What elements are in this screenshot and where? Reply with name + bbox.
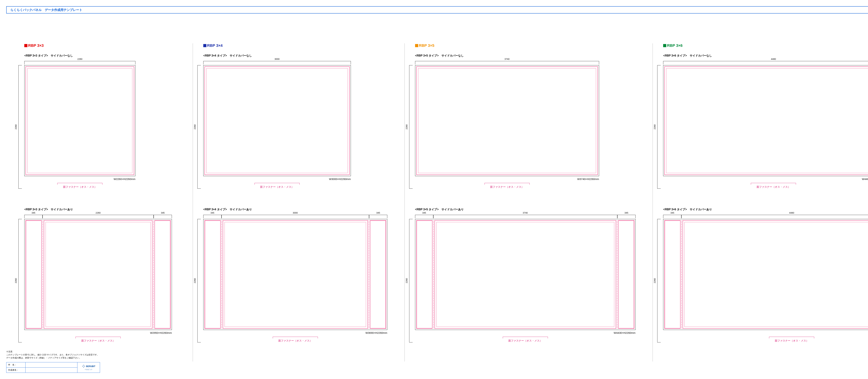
panel-main-area — [43, 219, 153, 330]
panel-wrap: 3000 2260 W3000×H2260mm 面ファスナー（オス・メス） — [203, 61, 394, 188]
value-cell — [26, 363, 78, 368]
panel-body — [415, 65, 599, 176]
bracket-icon — [273, 337, 318, 338]
dim-top: 345 2260 345 — [24, 215, 182, 219]
dim-top: 345 3000 345 — [203, 215, 394, 219]
fastener-label: 面ファスナー（オス・メス） — [24, 183, 135, 188]
panel-no-cover: <RBP 3×5 タイプ> サイドカバーなし 3740 2260 W3740×H… — [415, 54, 642, 188]
dim-side-w: 345 — [422, 211, 427, 214]
panel-size: W3740×H2260mm — [415, 177, 599, 180]
dim-side: 2260 — [19, 219, 22, 342]
panel-main-area — [433, 219, 617, 330]
dim-top: 2260 — [24, 61, 182, 65]
square-icon — [415, 44, 418, 47]
dim-side-value: 2260 — [14, 125, 17, 130]
fastener-label: 面ファスナー（オス・メス） — [24, 337, 172, 342]
panel-label: <RBP 3×5 タイプ> サイドカバーなし — [415, 54, 642, 58]
dim-top: 345 4480 345 — [663, 215, 868, 219]
column-title-text: RBP 3×6 — [667, 43, 682, 48]
column-rbp-3x4: RBP 3×4 <RBP 3×4 タイプ> サイドカバーなし 3000 2260… — [193, 43, 404, 361]
dim-side-w: 345 — [624, 211, 629, 214]
panel-wrap: 2260 2260 W2260×H2260mm 面ファスナー（オス・メス） — [24, 61, 182, 188]
dim-side-w: 345 — [210, 211, 215, 214]
column-rbp-3x5: RBP 3×5 <RBP 3×5 タイプ> サイドカバーなし 3740 2260… — [404, 43, 653, 361]
dim-side-value: 2260 — [405, 125, 408, 130]
table-row: 件 名： BERUBIT ベルビット — [6, 363, 100, 368]
brand-sub: ベルビット — [79, 369, 98, 371]
bracket-icon — [503, 337, 548, 338]
panel-wrap: 345 3000 345 2260 W3690×H2260mm 面ファスナー（オ… — [203, 215, 394, 342]
panel-size: W5170×H2260mm — [663, 331, 868, 334]
page-title: らくらくバックパネル データ作成用テンプレート — [10, 8, 82, 12]
panel-size: W4430×H2260mm — [415, 331, 636, 334]
footer-note-line: ※注意 — [6, 350, 100, 353]
dim-side-w: 345 — [160, 211, 165, 214]
column-title: RBP 3×3 — [24, 43, 182, 48]
side-flap-left — [204, 219, 222, 330]
panel-body — [24, 65, 135, 176]
dim-side-value: 2260 — [193, 125, 196, 130]
side-flap-right — [153, 219, 172, 330]
panel-body — [663, 219, 868, 330]
dim-side: 2260 — [19, 65, 22, 188]
dim-main-w: 3000 — [292, 211, 299, 214]
column-title-text: RBP 3×5 — [419, 43, 434, 48]
dim-top: 345 3740 345 — [415, 215, 642, 219]
panel-label: <RBP 3×6 タイプ> サイドカバーなし — [663, 54, 868, 58]
columns: RBP 3×3 <RBP 3×3 タイプ> サイドカバーなし 2260 2260… — [14, 43, 868, 361]
panel-wrap: 345 4480 345 2260 W5170×H2260mm 面ファスナー（オ… — [663, 215, 868, 342]
footer-table: 件 名： BERUBIT ベルビット 作成者名： — [6, 362, 100, 373]
panel-size: W3690×H2260mm — [203, 331, 387, 334]
dim-top: 4480 — [663, 61, 868, 65]
panel-no-cover: <RBP 3×6 タイプ> サイドカバーなし 4480 2260 W4480×H… — [663, 54, 868, 188]
dim-top-value: 3000 — [274, 58, 280, 60]
panel-body — [203, 219, 387, 330]
value-cell — [26, 368, 78, 373]
bracket-icon — [75, 337, 121, 338]
dim-side-value: 2260 — [653, 125, 656, 130]
brand-name: BERUBIT — [86, 365, 95, 368]
panel-size: W3000×H2260mm — [203, 177, 351, 180]
panel-body — [415, 219, 636, 330]
panel-size: W2950×H2260mm — [24, 331, 172, 334]
bracket-icon — [769, 337, 814, 338]
dim-top-value: 4480 — [770, 58, 777, 60]
brand-cell: BERUBIT ベルビット — [78, 363, 100, 373]
dim-side: 2260 — [657, 219, 661, 342]
column-title: RBP 3×4 — [203, 43, 394, 48]
brand-logo: BERUBIT — [82, 365, 95, 369]
panel-with-cover: <RBP 3×3 タイプ> サイドカバーあり 345 2260 345 2260… — [24, 208, 182, 342]
header-strip: らくらくバックパネル データ作成用テンプレート RLBP-01 — [6, 6, 868, 13]
fastener-label: 面ファスナー（オス・メス） — [203, 183, 351, 188]
panel-wrap: 345 3740 345 2260 W4430×H2260mm 面ファスナー（オ… — [415, 215, 642, 342]
bracket-icon — [485, 183, 530, 185]
fastener-label: 面ファスナー（オス・メス） — [203, 337, 387, 342]
panel-body — [24, 219, 172, 330]
bracket-icon — [57, 183, 102, 185]
panel-main-area — [204, 65, 351, 176]
bracket-icon — [751, 183, 796, 185]
panel-with-cover: <RBP 3×5 タイプ> サイドカバーあり 345 3740 345 2260… — [415, 208, 642, 342]
panel-with-cover: <RBP 3×6 タイプ> サイドカバーあり 345 4480 345 2260… — [663, 208, 868, 342]
logo-mark-icon — [82, 365, 85, 369]
side-flap-left — [25, 219, 43, 330]
fastener-label: 面ファスナー（オス・メス） — [415, 183, 599, 188]
panel-main-area — [663, 65, 868, 176]
panel-main-area — [25, 65, 135, 176]
panel-size: W2260×H2260mm — [24, 177, 135, 180]
side-flap-right — [369, 219, 387, 330]
dim-side-value: 2260 — [193, 278, 196, 283]
side-flap-left — [415, 219, 433, 330]
square-icon — [24, 44, 27, 47]
dim-side-value: 2260 — [653, 278, 656, 283]
square-icon — [203, 44, 207, 47]
footer-notes: ※注意 このテンプレートの実寸に対し、縮小 1/10 サイズです。また、各オブジ… — [6, 350, 100, 359]
side-flap-right — [617, 219, 636, 330]
bracket-icon — [254, 183, 300, 185]
panel-wrap: 345 2260 345 2260 W2950×H2260mm 面ファスナー（オ… — [24, 215, 182, 342]
panel-size: W4480×H2260mm — [663, 177, 868, 180]
panel-main-area — [222, 219, 369, 330]
panel-label: <RBP 3×4 タイプ> サイドカバーなし — [203, 54, 394, 58]
panel-wrap: 3740 2260 W3740×H2260mm 面ファスナー（オス・メス） — [415, 61, 642, 188]
panel-no-cover: <RBP 3×4 タイプ> サイドカバーなし 3000 2260 W3000×H… — [203, 54, 394, 188]
